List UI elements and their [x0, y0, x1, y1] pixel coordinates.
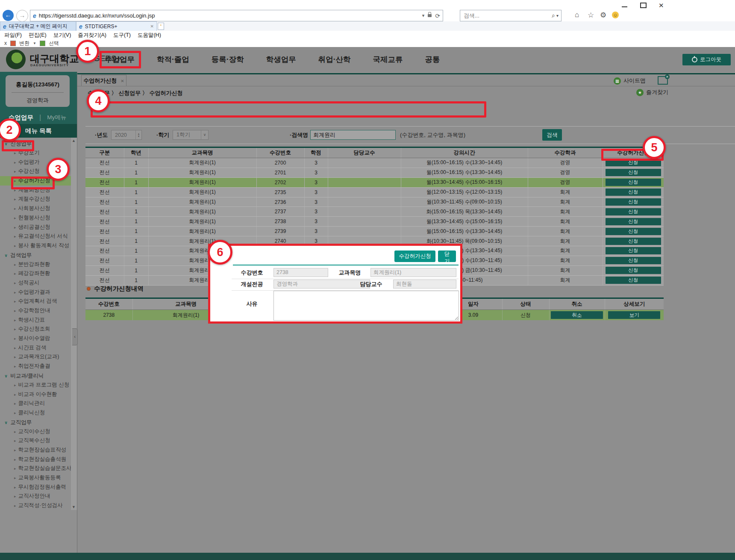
sidebar-group[interactable]: ∨검색업무	[0, 251, 71, 260]
sidebar-item[interactable]: ▸무시험검정원서출력	[0, 483, 71, 492]
forward-button[interactable]: →	[16, 10, 28, 22]
sidebar-item[interactable]: ▸수강신청조회	[0, 324, 71, 334]
favorites-star-icon[interactable]: ☆	[588, 11, 594, 20]
table-row[interactable]: 전선1회계원리(1)27023월(13:30~14:45) 수(15:00~16…	[85, 177, 664, 187]
apply-button[interactable]: 신청	[606, 257, 661, 264]
window-close-button[interactable]: ✕	[659, 3, 665, 9]
browser-tab-daegu[interactable]: e 대구대학교 + 메인 페이지	[0, 21, 76, 31]
sidebar-item[interactable]: ▸성적공시	[0, 278, 71, 288]
nav-records[interactable]: 학적·졸업	[157, 54, 189, 65]
tab-close-icon[interactable]: ✕	[150, 24, 154, 29]
sitemap-button[interactable]: ▦ 사이트맵	[614, 77, 646, 85]
scroll-up-icon[interactable]: ▲	[72, 139, 76, 143]
table-row[interactable]: 전선1회계원리(1)27013월(15:00~16:15) 수(13:30~14…	[85, 168, 664, 177]
menu-tools[interactable]: 도구(T)	[113, 32, 131, 39]
sidebar-item[interactable]: ▸학생시간표	[0, 315, 71, 325]
url-text[interactable]: https://tigersstd.daegu.ac.kr/nxrun/ssoL…	[39, 12, 155, 19]
modal-close-button[interactable]: 닫기	[438, 251, 456, 262]
sidebar-item[interactable]: ▸유고결석신청서 서식	[0, 232, 71, 241]
sidebar-item[interactable]: ▸교직이수신청	[0, 427, 71, 436]
apply-button[interactable]: 신청	[606, 218, 661, 225]
apply-button[interactable]: 신청	[606, 228, 661, 235]
menu-edit[interactable]: 편집(E)	[29, 32, 47, 39]
nav-career[interactable]: 취업·산학	[318, 54, 351, 65]
browser-tab-stdtigers[interactable]: e STDTIGERS+ ✕	[76, 21, 157, 31]
sidebar-item[interactable]: ▸학교현장실습설문조사	[0, 464, 71, 473]
sidebar-item[interactable]: ▸교과목개요(교과)	[0, 352, 71, 362]
sidebar-item[interactable]: ▸학교현장실습표작성	[0, 445, 71, 455]
scroll-down-icon[interactable]: ▼	[72, 505, 76, 509]
apply-button[interactable]: 신청	[606, 238, 661, 245]
table-row[interactable]: 전선1회계원리(1)27373화(15:00~16:15) 목(13:30~14…	[85, 207, 664, 217]
sidebar-item[interactable]: ▸교육봉사활동등록	[0, 473, 71, 483]
addon-close-button[interactable]: x	[4, 40, 7, 46]
nav-international[interactable]: 국제교류	[373, 54, 403, 65]
table-row[interactable]: 전선1회계원리(1)27363월(10:30~11:45) 수(09:00~10…	[85, 197, 664, 207]
search-query-input[interactable]	[310, 130, 396, 140]
menu-favorites[interactable]: 즐겨찾기(A)	[78, 32, 106, 39]
sidebar-item[interactable]: ▸수업계획서 검색	[0, 297, 71, 306]
sidebar-item[interactable]: ▸교직적성·인성검사	[0, 501, 71, 510]
sidebar-item[interactable]: ▸취업전자출결	[0, 362, 71, 371]
nav-registration[interactable]: 등록·장학	[212, 54, 244, 65]
sidebar-item[interactable]: ▸사회봉사신청	[0, 204, 71, 213]
page-tab[interactable]: 수업허가신청 ✕	[81, 75, 126, 86]
detail-button[interactable]: 보기	[608, 311, 660, 319]
sidebar-item[interactable]: ▸생리공결신청	[0, 223, 71, 232]
sidebar-item[interactable]: ▸계절수강신청	[0, 195, 71, 204]
term-select[interactable]: 1학기 ∨	[173, 130, 209, 140]
apply-button[interactable]: 신청	[606, 208, 661, 215]
gear-icon[interactable]: ⚙	[600, 11, 606, 20]
table-row[interactable]: 전선1회계원리(1)27383월(13:30~14:45) 수(15:00~16…	[85, 217, 664, 227]
sidebar-item[interactable]: ▸비교과 프로그램 신청	[0, 380, 71, 390]
sidebar-tab-mymenu[interactable]: My메뉴	[47, 114, 66, 121]
browser-search-input[interactable]	[460, 12, 552, 19]
sidebar-item[interactable]: ▸클리닉관리	[0, 399, 71, 408]
browser-search-box[interactable]: ⌕ ▾	[460, 10, 562, 21]
spinner-icons[interactable]: ▲ ▼	[135, 130, 141, 139]
address-dropdown-icon[interactable]: ▾	[422, 13, 425, 18]
cancel-button[interactable]: 취소	[551, 311, 603, 319]
sidebar-item[interactable]: ▸헌혈봉사신청	[0, 213, 71, 223]
logout-button[interactable]: 로그아웃	[682, 54, 731, 65]
addon-convert-button[interactable]: 변환	[19, 40, 29, 47]
search-icon[interactable]: ⌕	[552, 12, 555, 19]
sidebar-group[interactable]: ∨교직업무	[0, 418, 71, 427]
refresh-icon[interactable]: ⟳	[435, 12, 440, 19]
chevron-down-icon[interactable]: ▼	[33, 41, 36, 45]
menu-help[interactable]: 도움말(H)	[138, 32, 161, 39]
apply-button[interactable]: 신청	[606, 189, 661, 196]
spin-down-icon[interactable]: ▼	[138, 135, 140, 138]
table-row[interactable]: 전선1회계원리(1)27393월(15:00~16:15) 수(13:30~14…	[85, 227, 664, 236]
favorites-button[interactable]: ★ 즐겨찾기	[636, 88, 668, 96]
address-bar[interactable]: e https://tigersstd.daegu.ac.kr/nxrun/ss…	[30, 10, 443, 21]
sidebar-collapse-handle[interactable]: ‹	[72, 328, 78, 345]
menu-file[interactable]: 파일(F)	[4, 32, 22, 39]
apply-button[interactable]: 신청	[606, 198, 661, 206]
page-tab-close-icon[interactable]: ✕	[121, 79, 124, 83]
sidebar-item[interactable]: ▸비교과 이수현황	[0, 390, 71, 399]
nav-student[interactable]: 학생업무	[266, 54, 296, 65]
sidebar-group[interactable]: ∨비교과/클리닉	[0, 371, 71, 380]
apply-button[interactable]: 신청	[606, 169, 661, 176]
window-maximize-button[interactable]	[640, 3, 647, 8]
sidebar-item[interactable]: ▸분반강좌현황	[0, 260, 71, 269]
new-tab-button[interactable]: *	[158, 23, 164, 30]
smiley-icon[interactable]: ☺	[612, 12, 619, 18]
back-button[interactable]: ←	[3, 10, 14, 21]
reason-textarea[interactable]	[273, 291, 459, 321]
table-row[interactable]: 전선1회계원리(1)27353월(12:00~13:15) 수(12:00~13…	[85, 187, 664, 197]
modal-submit-button[interactable]: 수강허가신청	[394, 251, 435, 262]
year-spinner[interactable]: 2020 ▲ ▼	[111, 130, 142, 140]
sidebar-item[interactable]: ▸시간표 검색	[0, 343, 71, 353]
apply-button[interactable]: 신청	[606, 267, 661, 274]
sidebar-item[interactable]: ▸교직복수신청	[0, 436, 71, 445]
apply-button[interactable]: 신청	[606, 247, 661, 254]
search-button[interactable]: 검색	[542, 129, 562, 141]
sidebar-item[interactable]: ▸봉사이수열람	[0, 334, 71, 343]
home-icon[interactable]: ⌂	[575, 11, 579, 19]
menu-view[interactable]: 보기(V)	[53, 32, 71, 39]
popup-window-icon[interactable]: ✕	[658, 76, 668, 85]
sidebar-item[interactable]: ▸수업평가결과	[0, 288, 71, 297]
sidebar-item[interactable]: ▸수강학점안내	[0, 306, 71, 315]
